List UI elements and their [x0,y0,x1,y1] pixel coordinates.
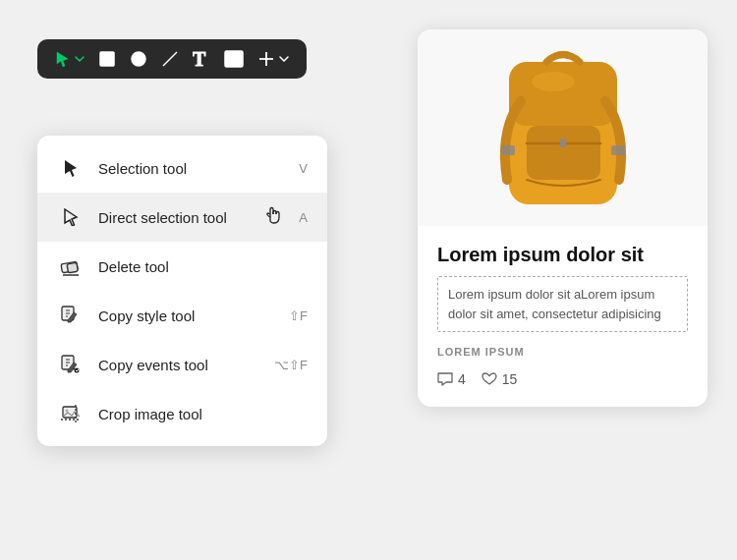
svg-rect-4 [225,51,243,67]
menu-selection-label: Selection tool [98,160,299,177]
card-comment-stat: 4 [437,371,466,387]
menu-item-crop-image[interactable]: Crop image tool [37,389,327,438]
menu-copy-style-shortcut: ⇧F [289,308,308,323]
tool-dropdown-menu: Selection tool V Direct selection tool A [37,136,327,446]
toolbar-add-tool[interactable] [257,50,289,68]
card-tag: LOREM IPSUM [437,346,688,358]
toolbar: T [37,39,307,79]
menu-copy-style-label: Copy style tool [98,308,289,324]
comment-count: 4 [458,371,466,387]
svg-point-25 [532,72,575,91]
menu-direct-selection-shortcut: A [299,210,308,225]
svg-rect-23 [501,145,515,155]
svg-point-15 [66,410,69,413]
svg-rect-20 [527,126,600,180]
copy-events-icon [57,351,85,378]
menu-item-selection[interactable]: Selection tool V [37,143,327,193]
svg-rect-24 [611,145,625,155]
menu-item-copy-events[interactable]: Copy events tool ⌥⇧F [37,340,327,389]
copy-style-icon [57,302,85,329]
heart-icon [482,372,497,386]
eraser-icon [57,252,85,280]
svg-rect-19 [509,62,617,126]
svg-point-1 [132,52,145,66]
toolbar-rectangle-tool[interactable] [98,50,116,68]
card-like-stat: 15 [482,371,518,387]
toolbar-image-tool[interactable] [224,50,244,68]
menu-item-delete[interactable]: Delete tool [37,242,327,291]
menu-item-direct-selection[interactable]: Direct selection tool A [37,193,327,242]
toolbar-circle-tool[interactable] [130,50,147,68]
menu-crop-image-label: Crop image tool [98,406,308,422]
like-count: 15 [502,371,518,387]
arrow-outline-icon [57,203,85,231]
svg-rect-0 [100,52,114,66]
comment-icon [437,372,453,386]
svg-line-2 [163,52,177,66]
menu-item-copy-style[interactable]: Copy style tool ⇧F [37,291,327,340]
svg-point-13 [75,368,80,373]
card-content-area: Lorem ipsum dolor sit Lorem ipsum dolor … [418,226,708,407]
menu-copy-events-label: Copy events tool [98,357,274,373]
svg-text:T: T [193,49,206,69]
arrow-solid-icon [57,154,85,182]
toolbar-text-tool[interactable]: T [193,49,210,69]
card-image [418,29,708,226]
content-card: Lorem ipsum dolor sit Lorem ipsum dolor … [418,29,708,407]
svg-rect-22 [560,139,566,147]
backpack-illustration [480,32,647,224]
crop-image-icon [57,400,85,427]
card-footer: 4 15 [437,371,688,387]
cursor-hand-icon [262,201,286,233]
toolbar-selection-tool[interactable] [55,50,85,68]
menu-copy-events-shortcut: ⌥⇧F [274,358,308,372]
menu-selection-shortcut: V [299,161,308,176]
card-body-text: Lorem ipsum dolor sit aLorem ipsum dolor… [437,276,688,332]
svg-rect-9 [67,262,78,273]
toolbar-line-tool[interactable] [161,50,179,68]
menu-delete-label: Delete tool [98,258,308,275]
card-title: Lorem ipsum dolor sit [437,244,688,266]
